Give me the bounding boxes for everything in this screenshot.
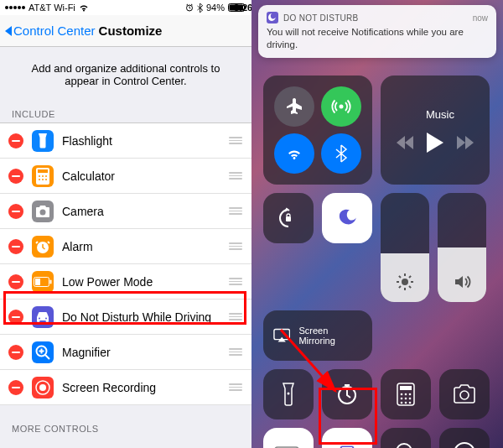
moon-icon [267,12,278,23]
dnd-button[interactable] [322,193,372,243]
svg-point-11 [45,179,47,180]
svg-point-36 [401,402,403,404]
drag-handle-icon[interactable] [228,278,243,285]
car-icon [32,306,54,328]
svg-point-30 [401,393,403,396]
item-label: Alarm [62,240,228,253]
back-button[interactable]: Control Center [5,23,96,38]
volume-slider[interactable] [438,193,486,302]
magnifier-icon [32,341,54,363]
camera-icon [32,201,54,222]
screen-mirroring-button[interactable]: Screen Mirroring [263,310,372,361]
notif-app-name: DO NOT DISTURB [283,13,468,23]
control-center-pane: DO NOT DISTURB now You will not receive … [252,0,503,448]
svg-point-33 [401,398,403,400]
svg-point-26 [288,393,290,395]
alarm-status-icon [185,3,194,12]
svg-point-12 [40,209,46,215]
low-power-button[interactable] [263,428,314,448]
remove-button[interactable] [8,169,23,184]
svg-point-21 [39,384,46,391]
list-item[interactable]: Screen Recording [0,370,252,405]
back-label: Control Center [13,23,96,38]
svg-point-39 [460,391,469,399]
prev-track-icon[interactable] [397,136,413,149]
remove-button[interactable] [8,133,23,148]
svg-point-35 [409,398,412,400]
item-label: Low Power Mode [62,275,228,289]
svg-point-32 [409,393,412,396]
music-label: Music [426,108,454,121]
svg-point-6 [39,175,40,177]
drag-handle-icon[interactable] [228,383,243,391]
svg-point-8 [45,175,47,177]
list-item[interactable]: Calculator [0,159,252,194]
drag-handle-icon[interactable] [228,242,243,250]
item-label: Flashlight [62,134,228,148]
timer-button[interactable] [322,369,372,419]
item-label: Magnifier [62,346,228,359]
calculator-button[interactable] [381,369,431,419]
brightness-slider[interactable] [381,193,429,302]
svg-rect-29 [400,386,412,390]
connectivity-tile[interactable] [263,76,372,185]
bluetooth-status-icon [197,3,203,13]
svg-point-46 [454,443,474,448]
flashlight-button[interactable] [263,369,314,419]
item-label: Screen Recording [62,381,228,394]
svg-point-34 [405,398,407,400]
svg-rect-5 [38,169,48,173]
svg-point-7 [42,175,44,177]
play-icon[interactable] [427,133,443,153]
signal-icon [5,6,25,9]
wifi-button[interactable] [274,133,314,174]
notification-banner[interactable]: DO NOT DISTURB now You will not receive … [258,5,496,58]
airplane-button[interactable] [274,86,314,127]
remove-button[interactable] [8,380,23,395]
record-icon [32,377,54,399]
svg-point-22 [340,105,344,109]
include-list: FlashlightCalculatorCameraAlarmLow Power… [0,122,252,405]
list-item[interactable]: Alarm [0,229,252,264]
item-label: Calculator [62,169,228,183]
svg-point-24 [402,279,408,285]
list-item[interactable]: Magnifier [0,335,252,370]
page-description: Add and organize additional controls to … [0,47,252,102]
brightness-icon [395,272,415,292]
item-label: Camera [62,205,228,218]
calculator-icon [32,165,54,187]
next-track-icon[interactable] [457,136,474,149]
page-title: Customize [99,23,163,38]
drag-handle-icon[interactable] [228,137,243,144]
list-item[interactable]: Low Power Mode [0,264,252,300]
battery-percent: 94% [206,3,225,13]
orientation-lock-button[interactable] [263,193,314,243]
dnd-driving-button[interactable] [322,428,372,448]
screen-record-button[interactable] [439,428,490,448]
svg-point-31 [405,393,407,396]
mirroring-icon [273,328,290,343]
drag-handle-icon[interactable] [228,313,243,320]
magnifier-button[interactable] [381,428,431,448]
bluetooth-button[interactable] [321,133,361,174]
list-item[interactable]: Camera [0,194,252,229]
music-tile[interactable]: Music [381,76,490,185]
remove-button[interactable] [8,204,23,219]
svg-rect-16 [50,279,52,284]
drag-handle-icon[interactable] [228,348,243,356]
list-item[interactable]: Do Not Disturb While Driving [0,300,252,335]
svg-rect-23 [286,216,291,221]
svg-rect-15 [35,279,40,285]
drag-handle-icon[interactable] [228,172,243,180]
list-item[interactable]: Flashlight [0,123,252,159]
remove-button[interactable] [8,310,23,325]
drag-handle-icon[interactable] [228,207,243,215]
cellular-button[interactable] [321,86,361,127]
svg-point-45 [397,444,412,448]
remove-button[interactable] [8,274,23,289]
remove-button[interactable] [8,239,23,254]
camera-button[interactable] [439,369,490,419]
wifi-icon [79,4,89,12]
alarm-icon [32,236,54,258]
remove-button[interactable] [8,345,23,360]
